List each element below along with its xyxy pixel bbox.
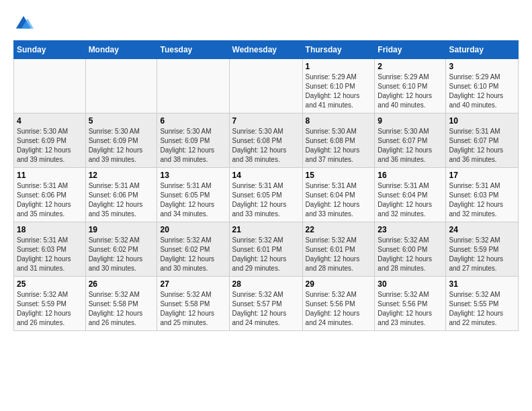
day-number: 5	[89, 116, 154, 126]
header-saturday: Saturday	[446, 41, 519, 59]
header-thursday: Thursday	[302, 41, 375, 59]
calendar-cell: 28Sunrise: 5:32 AMSunset: 5:57 PMDayligh…	[229, 277, 302, 331]
calendar-cell: 7Sunrise: 5:30 AMSunset: 6:08 PMDaylight…	[229, 113, 302, 168]
day-info: Sunrise: 5:32 AMSunset: 6:02 PMDaylight:…	[160, 236, 226, 273]
day-number: 28	[232, 279, 300, 289]
calendar-cell: 12Sunrise: 5:31 AMSunset: 6:06 PMDayligh…	[85, 168, 157, 222]
calendar-cell	[14, 59, 86, 113]
day-number: 26	[89, 279, 154, 289]
calendar-cell: 15Sunrise: 5:31 AMSunset: 6:04 PMDayligh…	[302, 168, 375, 222]
day-info: Sunrise: 5:29 AMSunset: 6:10 PMDaylight:…	[449, 73, 515, 110]
calendar-cell: 10Sunrise: 5:31 AMSunset: 6:07 PMDayligh…	[446, 113, 519, 168]
calendar-week-row: 11Sunrise: 5:31 AMSunset: 6:06 PMDayligh…	[14, 168, 519, 222]
calendar-cell: 26Sunrise: 5:32 AMSunset: 5:58 PMDayligh…	[85, 277, 157, 331]
page-header	[13, 13, 519, 34]
day-number: 21	[232, 225, 300, 234]
calendar-week-row: 4Sunrise: 5:30 AMSunset: 6:09 PMDaylight…	[14, 113, 519, 168]
day-number: 14	[232, 171, 300, 180]
calendar-cell: 9Sunrise: 5:30 AMSunset: 6:07 PMDaylight…	[375, 113, 446, 168]
calendar-cell: 13Sunrise: 5:31 AMSunset: 6:05 PMDayligh…	[157, 168, 229, 222]
calendar-cell: 24Sunrise: 5:32 AMSunset: 5:59 PMDayligh…	[446, 222, 519, 277]
day-number: 18	[17, 225, 83, 234]
day-number: 8	[306, 116, 372, 126]
calendar-cell: 21Sunrise: 5:32 AMSunset: 6:01 PMDayligh…	[229, 222, 302, 277]
calendar-table: SundayMondayTuesdayWednesdayThursdayFrid…	[13, 40, 519, 331]
calendar-cell: 16Sunrise: 5:31 AMSunset: 6:04 PMDayligh…	[375, 168, 446, 222]
day-info: Sunrise: 5:30 AMSunset: 6:09 PMDaylight:…	[160, 127, 226, 165]
header-monday: Monday	[85, 41, 157, 59]
header-tuesday: Tuesday	[157, 41, 229, 59]
day-info: Sunrise: 5:30 AMSunset: 6:09 PMDaylight:…	[89, 127, 154, 165]
header-wednesday: Wednesday	[229, 41, 302, 59]
day-info: Sunrise: 5:32 AMSunset: 5:58 PMDaylight:…	[160, 290, 226, 328]
day-number: 11	[17, 171, 83, 180]
calendar-cell	[85, 59, 157, 113]
day-info: Sunrise: 5:29 AMSunset: 6:10 PMDaylight:…	[306, 73, 372, 110]
day-info: Sunrise: 5:32 AMSunset: 5:55 PMDaylight:…	[449, 290, 515, 328]
day-number: 19	[89, 225, 154, 234]
day-number: 10	[449, 116, 515, 126]
logo-icon	[13, 13, 34, 34]
day-info: Sunrise: 5:31 AMSunset: 6:04 PMDaylight:…	[378, 181, 443, 219]
calendar-cell: 2Sunrise: 5:29 AMSunset: 6:10 PMDaylight…	[375, 59, 446, 113]
day-number: 3	[449, 62, 515, 71]
day-info: Sunrise: 5:30 AMSunset: 6:08 PMDaylight:…	[306, 127, 372, 165]
logo	[13, 13, 36, 34]
day-info: Sunrise: 5:32 AMSunset: 5:56 PMDaylight:…	[306, 290, 372, 328]
day-number: 25	[17, 279, 83, 289]
day-number: 24	[449, 225, 515, 234]
day-info: Sunrise: 5:31 AMSunset: 6:03 PMDaylight:…	[17, 236, 83, 273]
calendar-cell	[229, 59, 302, 113]
calendar-cell: 27Sunrise: 5:32 AMSunset: 5:58 PMDayligh…	[157, 277, 229, 331]
day-info: Sunrise: 5:30 AMSunset: 6:08 PMDaylight:…	[232, 127, 300, 165]
day-info: Sunrise: 5:30 AMSunset: 6:07 PMDaylight:…	[378, 127, 443, 165]
day-number: 9	[378, 116, 443, 126]
day-number: 17	[449, 171, 515, 180]
calendar-cell: 3Sunrise: 5:29 AMSunset: 6:10 PMDaylight…	[446, 59, 519, 113]
calendar-cell: 17Sunrise: 5:31 AMSunset: 6:03 PMDayligh…	[446, 168, 519, 222]
day-number: 12	[89, 171, 154, 180]
day-info: Sunrise: 5:29 AMSunset: 6:10 PMDaylight:…	[378, 73, 443, 110]
day-number: 20	[160, 225, 226, 234]
calendar-cell	[157, 59, 229, 113]
calendar-week-row: 25Sunrise: 5:32 AMSunset: 5:59 PMDayligh…	[14, 277, 519, 331]
calendar-cell: 4Sunrise: 5:30 AMSunset: 6:09 PMDaylight…	[14, 113, 86, 168]
day-info: Sunrise: 5:32 AMSunset: 6:01 PMDaylight:…	[306, 236, 372, 273]
calendar-cell: 31Sunrise: 5:32 AMSunset: 5:55 PMDayligh…	[446, 277, 519, 331]
day-number: 27	[160, 279, 226, 289]
calendar-cell: 8Sunrise: 5:30 AMSunset: 6:08 PMDaylight…	[302, 113, 375, 168]
day-number: 4	[17, 116, 83, 126]
calendar-week-row: 18Sunrise: 5:31 AMSunset: 6:03 PMDayligh…	[14, 222, 519, 277]
calendar-cell: 29Sunrise: 5:32 AMSunset: 5:56 PMDayligh…	[302, 277, 375, 331]
calendar-cell: 30Sunrise: 5:32 AMSunset: 5:56 PMDayligh…	[375, 277, 446, 331]
header-friday: Friday	[375, 41, 446, 59]
day-number: 31	[449, 279, 515, 289]
day-number: 22	[306, 225, 372, 234]
day-number: 23	[378, 225, 443, 234]
day-number: 2	[378, 62, 443, 71]
calendar-cell: 20Sunrise: 5:32 AMSunset: 6:02 PMDayligh…	[157, 222, 229, 277]
calendar-cell: 14Sunrise: 5:31 AMSunset: 6:05 PMDayligh…	[229, 168, 302, 222]
calendar-cell: 6Sunrise: 5:30 AMSunset: 6:09 PMDaylight…	[157, 113, 229, 168]
day-info: Sunrise: 5:32 AMSunset: 6:01 PMDaylight:…	[232, 236, 300, 273]
day-number: 16	[378, 171, 443, 180]
calendar-week-row: 1Sunrise: 5:29 AMSunset: 6:10 PMDaylight…	[14, 59, 519, 113]
day-number: 30	[378, 279, 443, 289]
day-number: 29	[306, 279, 372, 289]
calendar-cell: 18Sunrise: 5:31 AMSunset: 6:03 PMDayligh…	[14, 222, 86, 277]
day-info: Sunrise: 5:31 AMSunset: 6:06 PMDaylight:…	[89, 181, 154, 219]
day-info: Sunrise: 5:32 AMSunset: 6:00 PMDaylight:…	[378, 236, 443, 273]
calendar-cell: 22Sunrise: 5:32 AMSunset: 6:01 PMDayligh…	[302, 222, 375, 277]
day-info: Sunrise: 5:31 AMSunset: 6:04 PMDaylight:…	[306, 181, 372, 219]
calendar-cell: 5Sunrise: 5:30 AMSunset: 6:09 PMDaylight…	[85, 113, 157, 168]
day-info: Sunrise: 5:32 AMSunset: 6:02 PMDaylight:…	[89, 236, 154, 273]
day-number: 1	[306, 62, 372, 71]
day-info: Sunrise: 5:32 AMSunset: 5:59 PMDaylight:…	[449, 236, 515, 273]
day-info: Sunrise: 5:31 AMSunset: 6:07 PMDaylight:…	[449, 127, 515, 165]
calendar-cell: 11Sunrise: 5:31 AMSunset: 6:06 PMDayligh…	[14, 168, 86, 222]
calendar-cell: 19Sunrise: 5:32 AMSunset: 6:02 PMDayligh…	[85, 222, 157, 277]
day-number: 6	[160, 116, 226, 126]
day-number: 7	[232, 116, 300, 126]
day-info: Sunrise: 5:31 AMSunset: 6:06 PMDaylight:…	[17, 181, 83, 219]
day-info: Sunrise: 5:32 AMSunset: 5:59 PMDaylight:…	[17, 290, 83, 328]
